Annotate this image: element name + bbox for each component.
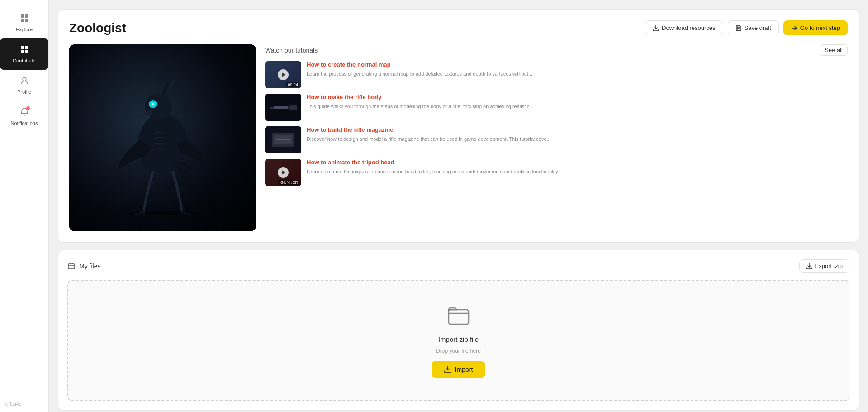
top-card-header: Zoologist Download resources Save draft (69, 20, 848, 35)
main-content: Zoologist Download resources Save draft (49, 0, 868, 412)
top-card: Zoologist Download resources Save draft (58, 9, 859, 243)
svg-rect-7 (25, 50, 28, 53)
tutorial-title-3[interactable]: How to build the rifle magazine (307, 126, 848, 134)
folder-icon (447, 303, 470, 331)
tutorial-desc-2: This guide walks you through the steps o… (307, 103, 848, 110)
svg-rect-19 (290, 105, 297, 110)
tutorial-item: How to build the rifle magazine Discover… (265, 126, 848, 153)
tutorial-thumbnail-2[interactable] (265, 94, 301, 121)
sidebar-item-explore[interactable]: Explore (0, 7, 48, 38)
tutorial-desc-1: Learn the process of generating a normal… (307, 71, 848, 77)
files-card: My files Export .zip Import zip file Dro… (58, 250, 859, 411)
play-button-4[interactable] (278, 167, 289, 178)
explore-icon (20, 14, 29, 25)
download-resources-button[interactable]: Download resources (645, 20, 723, 35)
go-to-next-step-button[interactable]: Go to next step (783, 20, 848, 35)
tutorial-info-3: How to build the rifle magazine Discover… (307, 126, 848, 143)
sidebar-item-notifications-label: Notifications (11, 120, 38, 126)
svg-point-13 (145, 94, 172, 119)
tutorial-title-2[interactable]: How to make the rifle body (307, 94, 848, 101)
tutorial-title-1[interactable]: How to create the normal map (307, 61, 848, 69)
svg-rect-9 (737, 26, 740, 28)
tutorial-info-4: How to animate the tripod head Learn ani… (307, 159, 848, 175)
svg-rect-6 (21, 50, 24, 53)
svg-rect-10 (737, 29, 740, 30)
tutorials-section-title: Watch our tutorials (265, 47, 318, 54)
export-zip-button[interactable]: Export .zip (799, 259, 849, 273)
sidebar-item-notifications[interactable]: Notifications (0, 101, 48, 132)
drop-zone-title: Import zip file (438, 335, 479, 343)
tutorial-item: 09:24 How to create the normal map Learn… (265, 61, 848, 88)
files-icon (67, 262, 76, 270)
notifications-icon (20, 107, 29, 119)
files-title: My files (67, 262, 100, 270)
sidebar-item-profile-label: Profile (17, 89, 31, 95)
svg-point-8 (23, 77, 26, 81)
files-header: My files Export .zip (67, 259, 849, 273)
page-title: Zoologist (69, 21, 126, 35)
tutorial-desc-4: Learn animation techniques to bring a tr… (307, 168, 848, 175)
rifle-body-thumb (265, 94, 301, 121)
import-button[interactable]: Import (432, 361, 486, 378)
svg-rect-1 (25, 14, 28, 18)
svg-rect-0 (21, 14, 24, 18)
rifle-magazine-thumb (265, 126, 301, 153)
zoologist-image (69, 44, 256, 231)
zoologist-creature-svg (86, 61, 240, 215)
tutorial-thumbnail-3[interactable] (265, 126, 301, 153)
svg-rect-4 (21, 46, 24, 49)
header-actions: Download resources Save draft Go to next… (645, 20, 848, 35)
drop-zone[interactable]: Import zip file Drop your file here Impo… (67, 280, 849, 401)
arrow-right-icon (791, 25, 797, 31)
sidebar: Explore Contribute Profile (0, 0, 49, 412)
svg-point-17 (127, 211, 199, 215)
sidebar-item-contribute[interactable]: Contribute (0, 38, 48, 70)
download-icon (653, 25, 659, 31)
svg-rect-23 (68, 264, 75, 269)
save-draft-button[interactable]: Save draft (728, 20, 779, 35)
sidebar-item-profile[interactable]: Profile (0, 70, 48, 101)
tutorial-title-4[interactable]: How to animate the tripod head (307, 159, 848, 167)
tutorial-info-1: How to create the normal map Learn the p… (307, 61, 848, 77)
play-button-1[interactable] (278, 69, 289, 80)
tutorial-thumbnail-4[interactable]: GUNNER (265, 159, 301, 186)
tutorial-desc-3: Discover how to design and model a rifle… (307, 136, 848, 143)
drop-zone-subtitle: Drop your file here (436, 348, 481, 354)
version-label: c7fca4c (5, 402, 21, 407)
export-icon (806, 263, 812, 269)
tutorial-thumbnail-1[interactable]: 09:24 (265, 61, 301, 88)
svg-point-16 (152, 103, 154, 105)
tutorial-duration-4: GUNNER (279, 180, 299, 185)
import-icon (444, 366, 451, 373)
svg-rect-5 (25, 46, 28, 49)
svg-rect-2 (21, 19, 24, 22)
svg-rect-3 (25, 19, 28, 22)
tutorials-header: Watch our tutorials See all (265, 44, 848, 56)
profile-icon (20, 76, 29, 87)
sidebar-item-explore-label: Explore (16, 27, 33, 32)
tutorial-item: How to make the rifle body This guide wa… (265, 94, 848, 121)
tutorial-item: GUNNER How to animate the tripod head Le… (265, 159, 848, 186)
save-icon (735, 25, 742, 31)
svg-rect-24 (449, 310, 469, 324)
sidebar-item-contribute-label: Contribute (13, 58, 36, 63)
tutorial-info-2: How to make the rifle body This guide wa… (307, 94, 848, 110)
see-all-link[interactable]: See all (820, 44, 848, 56)
main-area: Watch our tutorials See all 09:24 How to… (69, 44, 848, 231)
tutorial-duration-1: 09:24 (286, 82, 299, 87)
contribute-icon (20, 45, 29, 56)
tutorials-panel: Watch our tutorials See all 09:24 How to… (265, 44, 848, 231)
